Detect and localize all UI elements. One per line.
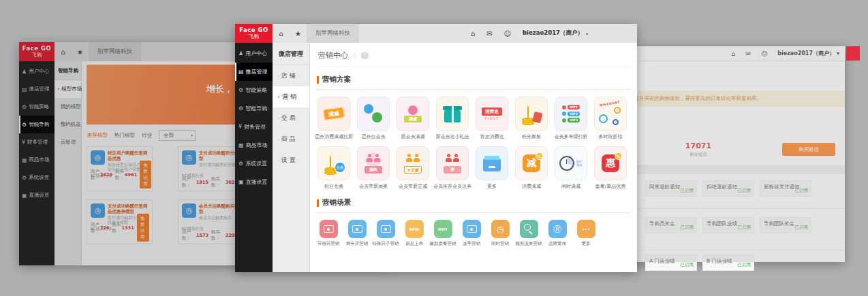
home-icon[interactable]: ⌂ <box>471 30 475 37</box>
submenu-item-cloud-sms[interactable]: ›云短信 <box>55 133 81 151</box>
section-band <box>627 165 845 174</box>
customer-service-icon[interactable]: ☺ <box>761 50 767 57</box>
sidebar-item-smart-strategy[interactable]: ⚙智能策略 <box>19 98 55 116</box>
sidebar-item-weidian-management[interactable]: ▤微店管理 <box>19 80 55 98</box>
scene-card[interactable]: HOT爆款套餐营销 <box>433 220 452 247</box>
logo-text-cn: 飞购 <box>249 34 259 39</box>
filter-item[interactable]: 行业 <box>142 132 152 139</box>
sidebar-item-live-settings[interactable]: ▣直播设置 <box>235 173 273 191</box>
filter-item[interactable]: 热门模型 <box>114 132 135 139</box>
sidebar-item-user-center[interactable]: ♟用户中心 <box>235 44 273 63</box>
sidebar-item-goods-market[interactable]: ▦商品市场 <box>19 151 55 169</box>
plan-card[interactable]: 兑换积分兑换 <box>317 146 350 190</box>
plan-tile: VIP1VIP2VIP3 <box>555 97 587 131</box>
scene-card[interactable]: 周年庆营销 <box>347 220 367 247</box>
sidebar-item-smart-guide[interactable]: ⚙智能导购 <box>19 116 55 133</box>
customer-service-icon[interactable]: ☺ <box>504 30 511 37</box>
mail-icon[interactable]: ✉ <box>745 50 751 57</box>
plan-card[interactable]: 店外拉会员 <box>357 97 390 140</box>
sidebar-item-user-center[interactable]: ♟用户中心 <box>19 63 55 80</box>
sidebar-item-goods-market[interactable]: ▦商品市场 <box>235 136 273 154</box>
plan-card[interactable]: 更多 <box>476 146 508 190</box>
sidebar-item-finance-management[interactable]: ¥财务管理 <box>19 133 55 151</box>
scene-card[interactable]: 顾客流失营销 <box>519 220 538 247</box>
notification-card[interactable]: 拒绝退款通知已启用 <box>702 180 754 197</box>
plan-card[interactable]: VIP1VIP2VIP3会员多等级打折 <box>555 97 587 140</box>
scene-card[interactable]: NEW新品上市 <box>405 220 424 247</box>
sidebar-item-label: 微店管理 <box>246 68 268 76</box>
favorite-star-icon[interactable]: ☆ <box>352 52 358 59</box>
industry-dropdown[interactable]: 全部▾ <box>159 130 196 141</box>
model-card[interactable]: ◎支付成功唤醒任意商品优惠券模型支付成功触发任意商品优惠券模型KC模具行业商户数… <box>87 199 153 244</box>
sidebar-item-weidian-management[interactable]: ▤微店管理 <box>235 63 273 81</box>
submenu-item-shop[interactable]: ›店 铺 <box>273 65 309 86</box>
submenu-item-label: 商 品 <box>281 135 296 144</box>
facego-logo: Face GO 飞购 <box>235 24 273 43</box>
notification-card[interactable]: 导购团队奖金已启用 <box>760 217 811 233</box>
user-menu[interactable]: biezao2017（商户） ▾ <box>523 29 588 37</box>
plan-card[interactable]: DISCOUNT多时段折扣 <box>594 97 627 140</box>
home-icon[interactable]: ⌂ <box>273 24 290 43</box>
sidebar-item-system-settings[interactable]: ⚙系统设置 <box>235 154 273 173</box>
tab-company[interactable]: 别苹网络科技 <box>307 24 359 43</box>
user-menu[interactable]: biezao2017（商户） ▾ <box>777 50 839 57</box>
plan-card[interactable]: 积分膨胀 <box>515 97 548 140</box>
scene-card[interactable]: 淡季营销 <box>462 220 481 247</box>
model-card[interactable]: ◎会员关注唤醒购买模型会员关注触发购买KC模具行业商户数：1573购买数：229… <box>178 199 244 244</box>
notification-card[interactable]: 导购团队业绩已启用 <box>702 217 754 233</box>
purchases-label: 购买数： <box>211 229 225 242</box>
submenu-title: 智能导购 <box>55 61 81 80</box>
scene-card[interactable]: 特殊日子营销 <box>376 220 395 247</box>
notification-card[interactable]: 新粉丝关注通知已启用 <box>760 180 811 197</box>
plan-card[interactable]: ★立减会员带新立减 <box>397 146 429 190</box>
submenu-item-settings[interactable]: ›设 置 <box>273 150 309 171</box>
submenu-item-booking-robot[interactable]: ›预约机器人 <box>55 116 81 133</box>
scene-card[interactable]: 节假日营销 <box>319 220 338 247</box>
submenu-item-model-market[interactable]: •模型市场 <box>55 80 81 98</box>
plan-card[interactable]: 券会员推荐会员送券 <box>436 146 469 190</box>
home-icon[interactable]: ⌂ <box>55 42 72 61</box>
weidian-management-icon: ▤ <box>22 86 27 93</box>
sidebar-item-smart-guide[interactable]: ⚙智能导购 <box>235 99 273 118</box>
scene-card[interactable]: Ⓡ品牌宣传 <box>548 220 567 247</box>
notification-card[interactable]: A 门店业绩已启用 <box>645 254 697 271</box>
plan-card[interactable]: 惠%套餐/单品优惠 <box>594 146 627 190</box>
sidebar-item-system-settings[interactable]: ⚙系统设置 <box>19 169 55 186</box>
scene-holiday-icon <box>324 225 334 233</box>
submenu-item-marketing[interactable]: •营 销 <box>273 86 309 108</box>
sidebar-item-smart-strategy[interactable]: ⚙智能策略 <box>235 81 273 99</box>
model-card[interactable]: ◎支付成功唤醒积分模型支付成功触发积分核算KC模具行业商户数：1815购买数：3… <box>178 146 244 191</box>
plan-card[interactable]: 抽奖会员带新抽奖 <box>357 146 390 190</box>
submenu-item-my-models[interactable]: ›我的模型 <box>55 98 81 116</box>
plan-card[interactable]: 减%消费满减 <box>515 146 548 190</box>
sidebar-item-finance-management[interactable]: ¥财务管理 <box>235 118 273 136</box>
submenu-item-goods[interactable]: ›商 品 <box>273 129 309 150</box>
mail-icon[interactable]: ✉ <box>486 30 492 37</box>
plan-card[interactable]: 闲时满减闲时满减 <box>555 146 587 190</box>
scene-more-icon: ••• <box>582 227 589 231</box>
enabled-badge: 已启用 <box>681 262 694 268</box>
tab-company[interactable]: 别苹网络科技 <box>89 42 141 61</box>
scene-card[interactable]: ◷闲时营销 <box>491 220 510 247</box>
model-card[interactable]: ◎特定用户唤醒任意商品优惠根据设置全场用户或者部分特定用户设置优惠KC模具行业商… <box>87 146 153 191</box>
plan-card[interactable]: 消费送FIRST首次消费送 <box>476 97 508 140</box>
star-icon[interactable]: ★ <box>72 42 89 61</box>
plan-card[interactable]: 满减新会员满减 <box>397 97 429 140</box>
free-trial-button[interactable]: 免费试用 <box>137 214 149 242</box>
help-icon[interactable]: ? <box>361 52 369 59</box>
plan-card[interactable]: 新会员送小礼品 <box>436 97 469 140</box>
enabled-badge: 已启用 <box>738 225 751 231</box>
finance-management-icon: ¥ <box>22 139 25 146</box>
scene-card[interactable]: •••更多 <box>576 220 595 247</box>
star-icon[interactable]: ★ <box>290 24 307 43</box>
plan-card[interactable]: 满减店外消费满减拉新 <box>317 97 350 140</box>
sidebar-item-live-settings[interactable]: ▣直播设置 <box>19 186 55 204</box>
filter-active[interactable]: 推荐模型 <box>87 132 108 139</box>
notification-card[interactable]: 同意退款通知已启用 <box>645 180 697 197</box>
home-icon[interactable]: ⌂ <box>732 50 736 57</box>
buy-sms-button[interactable]: 购买短信 <box>782 143 835 156</box>
free-trial-button[interactable]: 免费试用 <box>140 161 151 188</box>
notification-card[interactable]: B 门店业绩已启用 <box>702 254 754 271</box>
submenu-item-trade[interactable]: ›交 易 <box>273 108 309 129</box>
notification-card[interactable]: 导购员奖金已启用 <box>645 217 697 233</box>
